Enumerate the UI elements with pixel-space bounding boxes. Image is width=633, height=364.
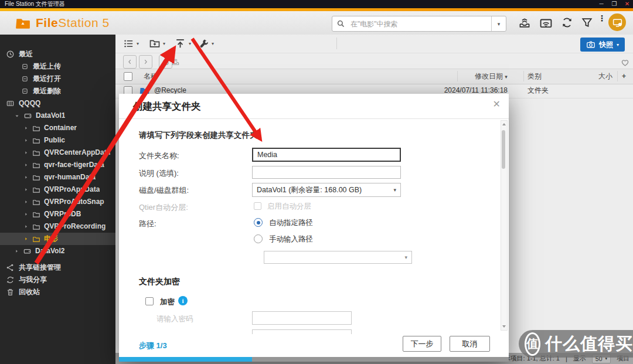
sidebar-folder-qvr-humandata[interactable]: qvr-humanData	[0, 171, 115, 183]
folder-icon	[32, 124, 40, 132]
window-close-button[interactable]: ✕	[622, 0, 632, 8]
sidebar-folder-qvrproappdata[interactable]: QVRProAppData	[0, 183, 115, 196]
column-header-size[interactable]: 大小	[598, 69, 612, 84]
dialog-close-icon[interactable]: ✕	[493, 98, 501, 110]
background-tasks-icon[interactable]	[518, 16, 531, 29]
path-auto-label: 自动指定路径	[269, 218, 313, 228]
forward-button[interactable]	[139, 55, 152, 69]
sidebar-folder-qvrcenterappdata[interactable]: QVRCenterAppData	[0, 147, 115, 159]
view-mode-button[interactable]: ▾	[123, 36, 139, 50]
sidebar-item-recent-uploaded[interactable]: 最近上传	[0, 60, 115, 73]
sidebar-volume-datavol2[interactable]: DataVol2	[0, 245, 115, 257]
sidebar-item-recent[interactable]: 最近	[0, 48, 115, 60]
sidebar-folder-qvrproautosnap[interactable]: QVRProAutoSnap	[0, 196, 115, 208]
step-progress-bar	[119, 357, 509, 362]
volume-icon	[23, 111, 32, 120]
create-folder-button[interactable]: ▾	[149, 36, 165, 50]
sidebar-folder-qvrprorecording[interactable]: QVRProRecording	[0, 220, 115, 233]
folder-icon	[32, 137, 40, 145]
undo-arrow-icon	[162, 58, 170, 66]
chevron-right-icon	[142, 58, 149, 66]
sidebar-item-nas[interactable]: QQQQ	[0, 97, 115, 110]
back-button[interactable]	[123, 55, 137, 69]
scrollbar-thumb[interactable]	[502, 130, 505, 169]
caret-right-icon[interactable]	[23, 187, 29, 192]
sidebar-folder-qvr-face-tigerdata[interactable]: qvr-face-tigerData	[0, 159, 115, 171]
favorite-heart-icon[interactable]	[620, 57, 630, 67]
dialog-title: 创建共享文件夹	[133, 100, 201, 113]
qtier-option-label: 启用自动分层	[267, 202, 311, 212]
column-header-modified[interactable]: 修改日期 ▾	[475, 69, 508, 84]
password-input[interactable]	[252, 311, 352, 325]
disk-pool-select[interactable]: DataVol1 (剩余容量: 168.00 GB) ▾	[252, 183, 401, 197]
filter-icon[interactable]	[581, 16, 593, 29]
smzdm-watermark: 值 什么值得买	[519, 330, 633, 358]
refresh-icon[interactable]	[561, 16, 573, 29]
snapshot-button[interactable]: 快照 ▾	[580, 38, 625, 52]
media-cast-icon[interactable]	[539, 16, 553, 30]
go-up-button[interactable]	[159, 55, 172, 69]
folder-icon	[32, 198, 40, 206]
sidebar-volume-datavol1[interactable]: DataVol1	[0, 110, 115, 122]
folder-name-input[interactable]	[252, 148, 401, 162]
add-column-button[interactable]: +	[622, 69, 626, 84]
path-manual-radio[interactable]	[254, 234, 263, 243]
caret-right-icon[interactable]	[23, 212, 29, 217]
caret-right-icon[interactable]	[23, 199, 29, 205]
encrypt-label: 加密	[160, 297, 175, 307]
sidebar-item-share-link-manager[interactable]: 共享链接管理	[0, 261, 115, 274]
qtier-checkbox	[254, 202, 261, 210]
window-maximize-button[interactable]: ❐	[610, 0, 619, 8]
column-header-name[interactable]: 名称	[144, 69, 158, 84]
select-all-checkbox[interactable]	[124, 72, 132, 81]
tools-button[interactable]: ▾	[199, 36, 214, 50]
description-label: 说明 (选填):	[139, 168, 179, 179]
upload-button[interactable]: ▾	[174, 36, 191, 50]
search-input[interactable]	[349, 19, 491, 29]
cancel-button[interactable]: 取消	[450, 336, 490, 352]
scroll-down-icon[interactable]	[502, 325, 506, 328]
sidebar-folder-qvrprodb[interactable]: QVRProDB	[0, 208, 115, 220]
remote-mount-avatar-button[interactable]	[608, 13, 626, 31]
sidebar-item-recent-deleted[interactable]: 最近删除	[0, 85, 115, 97]
caret-right-icon[interactable]	[23, 150, 29, 155]
window-minimize-button[interactable]: ─	[597, 0, 606, 8]
sidebar-folder-container[interactable]: Container	[0, 122, 115, 134]
search-scope-dropdown[interactable]: ▾	[491, 16, 506, 31]
list-view-icon	[123, 38, 134, 49]
brand-rest: Station 5	[58, 16, 109, 29]
watermark-badge: 值	[525, 332, 540, 356]
path-select[interactable]: ▾	[264, 251, 412, 264]
folder-name-label: 文件夹名称:	[139, 151, 179, 161]
sidebar-item-recent-opened[interactable]: 最近打开	[0, 73, 115, 85]
sidebar-folder-public[interactable]: Public	[0, 134, 115, 147]
recent-delete-icon	[21, 87, 29, 95]
caret-right-icon[interactable]	[23, 138, 29, 143]
description-input[interactable]	[252, 166, 401, 179]
step-indicator: 步骤 1/3	[139, 341, 167, 351]
folder-icon	[32, 223, 40, 231]
scroll-up-icon[interactable]	[502, 123, 506, 125]
info-icon[interactable]: i	[178, 296, 188, 305]
caret-right-icon[interactable]	[23, 125, 29, 131]
caret-right-icon[interactable]	[23, 236, 29, 241]
caret-right-icon[interactable]	[14, 249, 19, 254]
confirm-password-input-partial[interactable]	[252, 329, 352, 334]
more-options-icon[interactable]: ⋮	[598, 16, 601, 21]
next-button[interactable]: 下一步	[403, 336, 441, 352]
column-header-category[interactable]: 类别	[528, 69, 542, 84]
caret-right-icon[interactable]	[23, 224, 29, 229]
folder-icon	[32, 210, 40, 219]
sidebar-item-shared-with-me[interactable]: 与我分享	[0, 274, 115, 286]
encrypt-checkbox[interactable]	[145, 297, 154, 305]
folder-icon	[32, 186, 40, 194]
caret-right-icon[interactable]	[23, 162, 29, 168]
screen-icon	[612, 17, 623, 28]
clock-icon	[6, 50, 15, 59]
sidebar-item-recycle-bin[interactable]: 回收站	[0, 286, 115, 298]
caret-right-icon[interactable]	[23, 175, 29, 180]
dialog-scrollbar[interactable]	[501, 120, 508, 331]
sidebar-folder-movies-selected[interactable]: 电影	[0, 233, 115, 245]
path-auto-radio[interactable]	[254, 218, 263, 227]
caret-down-icon[interactable]	[14, 113, 20, 119]
